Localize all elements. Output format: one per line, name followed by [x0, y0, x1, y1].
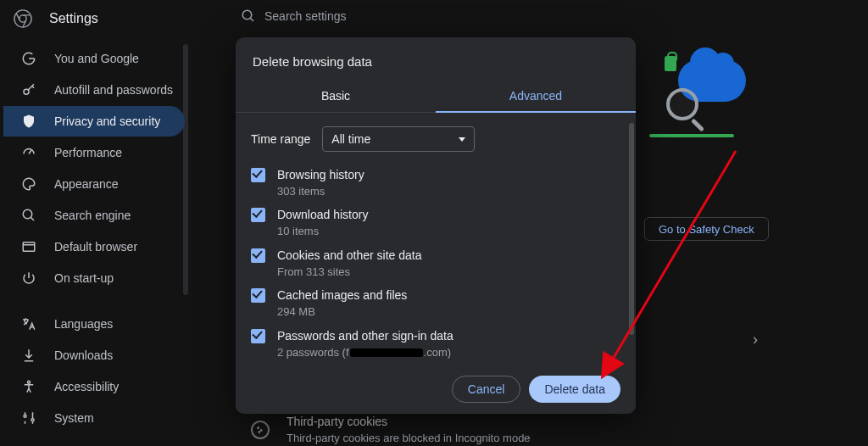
option-cache-sub: 294 MB [277, 304, 407, 320]
redacted-email [350, 348, 423, 357]
dialog-title: Delete browsing data [236, 37, 636, 79]
option-cookies-title: Cookies and other site data [277, 248, 421, 264]
checkbox-browsing-history[interactable] [251, 168, 265, 182]
tab-advanced[interactable]: Advanced [436, 79, 636, 113]
checkbox-download-history[interactable] [251, 208, 265, 222]
checkbox-passwords[interactable] [251, 329, 265, 343]
option-passwords-sub: 2 passwords (f.com) [277, 345, 453, 360]
dialog-scrollbar[interactable] [629, 123, 634, 335]
option-cookies-sub: From 313 sites [277, 265, 421, 280]
option-download-history-sub: 10 items [277, 224, 368, 239]
option-download-history-title: Download history [277, 207, 368, 223]
delete-browsing-data-dialog: Delete browsing data Basic Advanced Time… [236, 37, 636, 414]
option-browsing-history-sub: 303 items [277, 184, 364, 199]
checkbox-cookies[interactable] [251, 248, 265, 263]
cancel-button[interactable]: Cancel [452, 376, 521, 403]
option-browsing-history-title: Browsing history [277, 167, 364, 183]
option-passwords-title: Passwords and other sign-in data [277, 328, 453, 344]
time-range-label: Time range [251, 132, 310, 146]
tab-basic[interactable]: Basic [236, 79, 436, 113]
option-cache-title: Cached images and files [277, 287, 407, 304]
time-range-select[interactable]: All time [322, 126, 475, 152]
checkbox-cache[interactable] [251, 288, 265, 303]
delete-data-button[interactable]: Delete data [529, 376, 620, 403]
